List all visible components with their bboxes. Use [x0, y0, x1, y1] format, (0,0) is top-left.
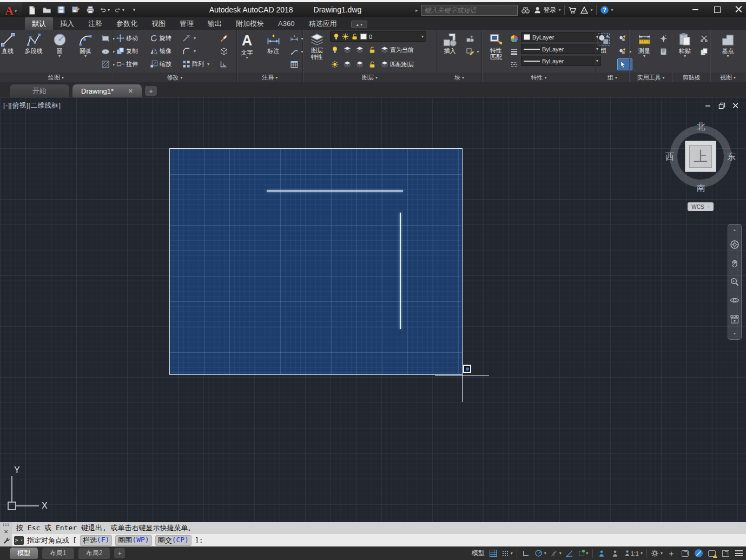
arc-tool-button[interactable]: 圆弧 [74, 31, 97, 59]
model-space-toggle[interactable]: 模型 [472, 549, 485, 558]
layer-off-button[interactable] [330, 44, 340, 56]
layer-unlock-button[interactable] [367, 58, 377, 70]
qat-customize-button[interactable]: ▾ [129, 5, 139, 15]
infocenter-collapse-icon[interactable]: ▸ [415, 8, 418, 13]
stretch-tool-button[interactable]: 拉伸 [115, 57, 149, 70]
panel-annotation-label[interactable]: 注释 [237, 73, 302, 82]
layer-freeze-button[interactable] [355, 44, 365, 56]
app-store-button[interactable] [568, 6, 577, 15]
tab-parametric[interactable]: 参数化 [109, 17, 144, 30]
panel-groups-label[interactable]: 组 [596, 73, 629, 82]
color-dropdown[interactable]: ByLayer ▾ [521, 32, 601, 42]
polar-tracking-toggle[interactable] [534, 548, 546, 559]
array-tool-button[interactable]: 阵列 [181, 57, 216, 70]
paste-button[interactable]: 粘贴 [674, 31, 696, 59]
quick-calculator-button[interactable] [658, 45, 669, 57]
customization-plus-button[interactable]: + [666, 548, 676, 559]
edit-attributes-button[interactable] [465, 45, 480, 57]
command-drag-grip[interactable] [3, 523, 9, 526]
plot-button[interactable] [85, 5, 95, 15]
navigation-wheel-button[interactable] [729, 239, 740, 250]
grid-display-toggle[interactable] [488, 548, 498, 559]
sign-in-button[interactable]: 登录 ▾ [533, 5, 561, 15]
copy-tool-button[interactable]: 复制 [115, 44, 149, 57]
help-button[interactable]: ▾ [600, 5, 613, 15]
linetype-button[interactable] [509, 58, 519, 70]
panel-view-label[interactable]: 视图 [711, 73, 745, 82]
layer-lock-button[interactable] [367, 44, 377, 56]
new-layout-button[interactable]: + [114, 548, 125, 558]
undo-button[interactable] [100, 5, 110, 15]
move-tool-button[interactable]: 移动 [115, 31, 149, 44]
viewcube-top-face[interactable]: 上 [685, 141, 716, 172]
cad-line-horizontal[interactable] [267, 190, 403, 192]
layout2-tab[interactable]: 布局2 [78, 548, 110, 559]
snap-mode-toggle[interactable] [502, 548, 513, 559]
showmotion-button[interactable] [729, 314, 740, 325]
line-tool-button[interactable]: 直线 [0, 31, 19, 55]
explode-tool-button[interactable] [219, 45, 229, 57]
cad-line-vertical[interactable] [400, 213, 401, 329]
workspace-switching-button[interactable] [651, 548, 663, 559]
dimension-tool-button[interactable]: 标注 [262, 31, 285, 55]
object-snap-toggle[interactable] [579, 548, 589, 559]
cut-button[interactable] [699, 32, 709, 44]
lineweight-button[interactable] [509, 45, 519, 57]
object-snap-tracking-toggle[interactable] [565, 548, 575, 559]
circle-tool-button[interactable]: 圆 [48, 31, 71, 59]
pan-button[interactable] [729, 258, 740, 269]
drawing-area[interactable]: [-][俯视][二维线框] 北 西 东 南 上 WCS ▴ [0, 97, 746, 522]
save-as-button[interactable] [71, 5, 81, 15]
start-tab[interactable]: 开始 [10, 84, 69, 97]
option-wpolygon[interactable]: 圈围(WP) [115, 535, 151, 546]
hardware-acceleration-toggle[interactable] [694, 548, 703, 559]
annotation-scale-button[interactable]: 1:1 [624, 548, 643, 559]
measure-button[interactable]: 测量 [633, 31, 656, 59]
panel-modify-label[interactable]: 修改 [113, 73, 236, 82]
layer-properties-button[interactable]: 图层特性 [306, 31, 328, 61]
offset-tool-button[interactable] [219, 58, 229, 70]
panel-utilities-label[interactable]: 实用工具 [630, 73, 672, 82]
mirror-tool-button[interactable]: 镜像 [149, 44, 181, 57]
layer-on-all-button[interactable] [330, 58, 340, 70]
lineweight-dropdown[interactable]: ByLayer ▾ [521, 44, 601, 54]
recent-commands-button[interactable]: > [14, 536, 24, 545]
match-layer-button[interactable]: 匹配图层 [380, 58, 415, 71]
wcs-menu-button[interactable]: WCS [688, 202, 714, 211]
drawing-minimize-button[interactable] [705, 102, 711, 108]
object-color-button[interactable] [509, 32, 519, 44]
viewcube-north[interactable]: 北 [697, 121, 705, 133]
customize-wrench-icon[interactable] [2, 537, 10, 545]
tab-manage[interactable]: 管理 [173, 17, 201, 30]
save-button[interactable] [56, 5, 66, 15]
ribbon-minimize-button[interactable]: ▴ [351, 21, 367, 28]
drawing-close-button[interactable] [732, 102, 738, 108]
redo-button[interactable] [115, 5, 124, 15]
copy-clip-button[interactable] [699, 45, 709, 57]
close-tab-icon[interactable]: ✕ [128, 88, 133, 95]
create-block-button[interactable] [465, 32, 480, 44]
open-file-button[interactable] [42, 5, 51, 15]
layer-isolate-button[interactable] [342, 44, 352, 56]
text-tool-button[interactable]: A 文字 [236, 31, 259, 61]
group-button[interactable]: 组 [592, 31, 615, 55]
tab-annotate[interactable]: 注释 [81, 17, 109, 30]
option-fence[interactable]: 栏选(F) [80, 535, 112, 546]
viewcube-east[interactable]: 东 [727, 151, 736, 163]
tab-home[interactable]: 默认 [25, 17, 53, 30]
tab-view[interactable]: 视图 [144, 17, 173, 30]
annotation-visibility-toggle[interactable] [597, 548, 606, 559]
search-button[interactable] [521, 5, 530, 15]
zoom-button[interactable] [729, 276, 740, 287]
command-input-line[interactable]: > 指定对角点或 [ 栏选(F) 圈围(WP) 圈交(CP) ]: [12, 534, 746, 546]
command-close-icon[interactable]: ✕ [4, 528, 8, 535]
new-file-button[interactable] [27, 5, 37, 15]
panel-clipboard-label[interactable]: 剪贴板 [673, 73, 710, 82]
viewport-controls[interactable]: [-][俯视][二维线框] [3, 101, 61, 110]
panel-draw-label[interactable]: 绘图 [0, 73, 112, 82]
leader-button[interactable] [289, 45, 305, 57]
set-current-layer-button[interactable]: 置为当前 [380, 43, 415, 56]
new-drawing-tab-button[interactable]: + [145, 86, 157, 96]
tab-addins[interactable]: 附加模块 [229, 17, 271, 30]
tab-a360[interactable]: A360 [271, 17, 301, 30]
